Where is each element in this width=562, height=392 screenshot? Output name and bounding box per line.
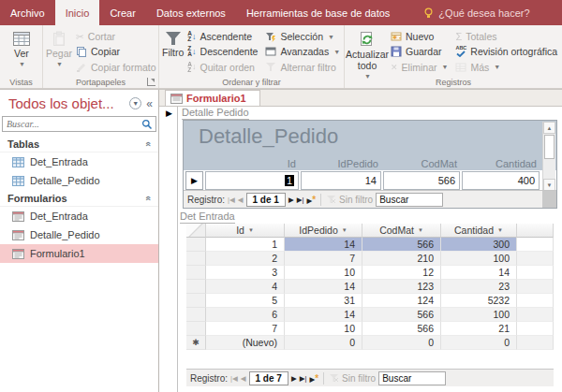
shutter-close-icon[interactable]: « — [146, 97, 153, 110]
column-header-codmat[interactable]: CodMat▼ — [362, 224, 441, 238]
record-selector-cell[interactable]: ▶ — [185, 171, 203, 190]
field-id[interactable]: 1 — [205, 171, 299, 190]
datasheet-record-navigation: Registro: |◀ ◀ 1 de 7 ▶ ▶| ▶* Sin filtro — [186, 369, 554, 386]
totals-button[interactable]: Σ Totales — [451, 29, 561, 44]
document-tab-formulario1[interactable]: Formulario1 — [165, 90, 260, 106]
section-header-tablas[interactable]: Tablas « — [0, 136, 158, 152]
scroll-up-icon[interactable]: ▲ — [543, 122, 555, 134]
refresh-all-button[interactable]: Actualizar todo ▼ — [348, 27, 387, 75]
sort-za-down-icon: ZA↓ — [187, 46, 196, 57]
navigation-pane-title: Todos los objet... — [8, 95, 129, 111]
sidebar-item-form-detalle-pedido[interactable]: Detalle_Pedido — [0, 225, 158, 244]
column-dropdown-icon[interactable]: ▼ — [497, 227, 503, 233]
previous-record-button[interactable]: ◀ — [238, 196, 244, 204]
row-selector[interactable] — [186, 294, 206, 308]
floppy-disk-icon — [391, 46, 402, 57]
tab-herramientas[interactable]: Herramientas de base de datos — [236, 0, 400, 25]
collapse-section-icon: « — [143, 141, 154, 146]
field-idpedido[interactable]: 14 — [301, 171, 381, 190]
first-record-button[interactable]: |◀ — [230, 374, 238, 383]
workspace: Todos los objet... ▼ « Tablas « Det_Entr… — [0, 89, 562, 392]
cut-button[interactable]: ✂ Cortar — [72, 29, 159, 44]
scrollbar-thumb[interactable] — [544, 135, 555, 159]
first-record-button[interactable]: |◀ — [228, 196, 235, 204]
delete-button[interactable]: ✕ Eliminar ▼ — [387, 60, 451, 75]
last-record-button[interactable]: ▶| — [300, 374, 307, 383]
scissors-icon: ✂ — [76, 31, 84, 42]
column-header-id[interactable]: Id▼ — [206, 224, 285, 238]
group-label-portapapeles: Portapapeles — [43, 78, 158, 87]
column-dropdown-icon[interactable]: ▼ — [248, 227, 254, 233]
sort-ascending-button[interactable]: AZ↓ Ascendente — [184, 29, 261, 44]
table-icon — [12, 157, 24, 167]
spelling-button[interactable]: ABC Revisión ortográfica — [451, 44, 561, 59]
datasheet-row-new: ✱ (Nuevo) 0 0 0 — [186, 336, 554, 350]
filter-button[interactable]: Filtro — [162, 27, 184, 75]
column-header-cantidad[interactable]: Cantidad▼ — [441, 224, 517, 238]
sidebar-item-tabla-det-entrada[interactable]: Det_Entrada — [0, 152, 158, 171]
subform-label-detalle-pedido: Detalle Pedido — [182, 107, 249, 120]
format-painter-button[interactable]: Copiar formato — [72, 60, 159, 75]
new-row-selector[interactable]: ✱ — [186, 336, 206, 350]
field-codmat[interactable]: 566 — [383, 171, 460, 190]
row-selector[interactable] — [186, 322, 206, 336]
nav-search-input[interactable] — [7, 119, 141, 129]
next-record-button[interactable]: ▶ — [291, 374, 297, 383]
row-selector[interactable] — [186, 238, 206, 252]
no-filter-indicator[interactable]: Sin filtro — [329, 373, 376, 384]
tab-archivo[interactable]: Archivo — [0, 0, 55, 25]
nav-menu-dropdown-icon[interactable]: ▼ — [129, 97, 141, 109]
sidebar-item-tabla-detalle-pedido[interactable]: Detalle_Pedido — [0, 171, 158, 190]
previous-record-button[interactable]: ◀ — [241, 374, 246, 383]
copy-button[interactable]: Copiar — [72, 44, 159, 59]
navigation-pane-header: Todos los objet... ▼ « — [0, 90, 158, 115]
tab-crear[interactable]: Crear — [99, 0, 146, 25]
access-window: Archivo Inicio Crear Datos externos Herr… — [0, 0, 562, 392]
tab-datos-externos[interactable]: Datos externos — [146, 0, 236, 25]
record-nav-label: Registro: — [187, 195, 225, 205]
delete-x-icon: ✕ — [391, 63, 398, 72]
nav-search-box — [2, 116, 156, 132]
subform-record-row: ▶ 1 14 566 400 — [184, 170, 542, 191]
select-all-corner[interactable] — [186, 224, 206, 238]
record-search-input[interactable] — [378, 371, 446, 385]
more-button[interactable]: Más ▼ — [451, 60, 561, 75]
selection-filter-button[interactable]: Selección ▼ — [261, 29, 344, 44]
clipboard-icon — [52, 31, 67, 48]
new-record-button[interactable]: ▶* — [309, 373, 318, 384]
advanced-filter-button[interactable]: Avanzadas ▼ — [261, 44, 344, 59]
form-record-selector-bar[interactable]: ▶ — [163, 107, 178, 392]
sidebar-item-form-formulario1[interactable]: Formulario1 — [0, 244, 158, 263]
new-record-button[interactable]: ▶* — [306, 195, 316, 205]
sidebar-item-form-det-entrada[interactable]: Det_Entrada — [0, 207, 158, 225]
new-record-ribbon-button[interactable]: ✱ Nuevo — [387, 29, 451, 44]
subform-vertical-scrollbar[interactable]: ▲ ▼ — [542, 122, 555, 191]
column-dropdown-icon[interactable]: ▼ — [418, 227, 423, 233]
save-button[interactable]: Guardar — [387, 44, 451, 59]
next-record-button[interactable]: ▶ — [288, 196, 294, 204]
row-selector[interactable] — [186, 308, 206, 322]
section-header-formularios[interactable]: Formularios « — [0, 190, 158, 207]
record-search-input[interactable] — [376, 193, 443, 207]
brush-icon — [76, 62, 87, 73]
row-selector[interactable] — [186, 266, 206, 280]
no-filter-indicator[interactable]: Sin filtro — [326, 195, 373, 205]
column-dropdown-icon[interactable]: ▼ — [342, 227, 348, 233]
tell-me-box[interactable]: ¿Qué desea hacer? — [413, 0, 540, 25]
column-header-idpedido[interactable]: IdPedido▼ — [285, 224, 362, 238]
paste-button[interactable]: Pegar ▼ — [46, 27, 72, 75]
field-cantidad[interactable]: 400 — [462, 171, 540, 190]
sort-descending-button[interactable]: ZA↓ Descendente — [184, 44, 261, 59]
row-selector[interactable] — [186, 252, 206, 266]
toggle-filter-button[interactable]: Alternar filtro — [261, 60, 344, 75]
subform-detalle-pedido: Detalle_Pedido Id IdPedido CodMat Cantid… — [183, 120, 557, 209]
datasheet-label-det-entrada: Det Entrada — [180, 211, 235, 224]
form-icon — [12, 211, 24, 222]
view-button[interactable]: Ver ▼ — [3, 27, 40, 75]
subform-record-navigation: Registro: |◀ ◀ 1 de 1 ▶ ▶| ▶* Sin filtro — [184, 190, 556, 208]
copy-icon — [76, 46, 87, 58]
last-record-button[interactable]: ▶| — [297, 196, 304, 204]
tab-inicio[interactable]: Inicio — [55, 0, 100, 25]
row-selector[interactable] — [186, 280, 206, 294]
remove-sort-button[interactable]: AZ↓ Quitar orden — [184, 60, 261, 75]
